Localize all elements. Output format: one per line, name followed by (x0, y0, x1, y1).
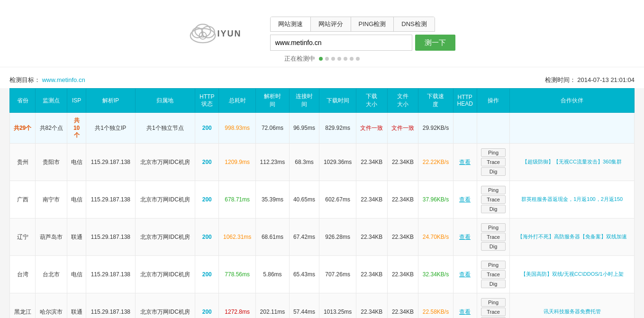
summary-count: 共29个 (10, 113, 36, 144)
summary-download-time: 829.92ms (319, 113, 356, 144)
cell-connect-time: 40.65ms (289, 181, 319, 218)
ping-button-1[interactable]: Ping (481, 186, 506, 194)
cell-location: 北京市万网IDC机房 (135, 293, 195, 318)
cell-head: 查看 (453, 218, 477, 256)
cell-location: 北京市万网IDC机房 (135, 256, 195, 293)
cell-file-size: 22.34KB (387, 293, 418, 318)
summary-total-time: 998.93ms (219, 113, 256, 144)
cell-ip: 115.29.187.138 (86, 218, 136, 256)
trace-button-0[interactable]: Trace (481, 158, 506, 166)
col-head: HTTPHEAD (453, 89, 477, 113)
cell-point: 葫芦岛市 (36, 218, 67, 256)
trace-button-3[interactable]: Trace (481, 270, 506, 279)
cell-point: 南宁市 (36, 181, 67, 218)
cell-dns-time: 202.11ms (256, 293, 290, 318)
cell-partner: 讯天科技服务器免费托管 (510, 293, 635, 318)
cell-http: 200 (195, 144, 219, 181)
summary-partner (510, 113, 635, 144)
dot-2 (325, 57, 329, 61)
dot-6 (350, 57, 354, 61)
dig-button-0[interactable]: Dig (481, 167, 506, 176)
tab-dns[interactable]: DNS检测 (394, 17, 434, 31)
cell-download-size: 22.34KB (356, 293, 388, 318)
search-button[interactable]: 测一下 (415, 35, 455, 51)
target-label: 检测目标： (9, 76, 40, 83)
table-row: 台湾 台北市 电信 115.29.187.138 北京市万网IDC机房 200 … (10, 256, 635, 293)
results-table: 省份 监测点 ISP 解析IP 归属地 HTTP状态 总耗时 解析时间 连接时间… (9, 88, 635, 318)
time-value: 2014-07-13 21:01:04 (577, 76, 635, 83)
dig-button-2[interactable]: Dig (481, 242, 506, 251)
cell-download-time: 602.67ms (319, 181, 356, 218)
cell-http: 200 (195, 181, 219, 218)
cell-connect-time: 68.3ms (289, 144, 319, 181)
col-http: HTTP状态 (195, 89, 219, 113)
summary-file-size2: 文件一致 (387, 113, 418, 144)
cell-ops: Ping Trace Dig (477, 218, 510, 256)
cell-isp: 电信 (67, 181, 86, 218)
target-url[interactable]: www.metinfo.cn (42, 76, 85, 83)
col-province: 省份 (10, 89, 36, 113)
time-info: 检测时间： 2014-07-13 21:01:04 (545, 76, 635, 84)
ping-button-3[interactable]: Ping (481, 261, 506, 269)
cell-download-time: 707.26ms (319, 256, 356, 293)
logo: IYUN (189, 22, 241, 45)
cell-download-size: 22.34KB (356, 181, 388, 218)
cell-location: 北京市万网IDC机房 (135, 144, 195, 181)
cell-head: 查看 (453, 293, 477, 318)
cell-file-size: 22.34KB (387, 144, 418, 181)
search-input[interactable] (270, 35, 412, 51)
cell-total-time: 1272.8ms (219, 293, 256, 318)
cell-point: 哈尔滨市 (36, 293, 67, 318)
cell-download-time: 1013.25ms (319, 293, 356, 318)
cell-download-size: 22.34KB (356, 218, 388, 256)
table-row: 贵州 贵阳市 电信 115.29.187.138 北京市万网IDC机房 200 … (10, 144, 635, 181)
cell-ops: Ping Trace Dig (477, 181, 510, 218)
summary-isp: 共10个 (67, 113, 86, 144)
col-dns-time: 解析时间 (256, 89, 290, 113)
cell-isp: 联通 (67, 293, 86, 318)
ping-button-4[interactable]: Ping (481, 298, 506, 307)
summary-dns-time: 72.06ms (256, 113, 290, 144)
cell-province: 广西 (10, 181, 36, 218)
cell-file-size: 22.34KB (387, 256, 418, 293)
dot-4 (337, 57, 341, 61)
cell-download-time: 1029.36ms (319, 144, 356, 181)
table-row: 黑龙江 哈尔滨市 联通 115.29.187.138 北京市万网IDC机房 20… (10, 293, 635, 318)
cell-location: 北京市万网IDC机房 (135, 218, 195, 256)
tab-speed[interactable]: 网站测速 (271, 17, 311, 31)
cell-dns-time: 68.61ms (256, 218, 290, 256)
ping-button-2[interactable]: Ping (481, 223, 506, 232)
cell-download-size: 22.34KB (356, 256, 388, 293)
cell-speed: 32.34KB/s (418, 256, 454, 293)
tab-rating[interactable]: 网站评分 (311, 17, 351, 31)
cell-speed: 22.22KB/s (418, 144, 454, 181)
cell-dns-time: 35.39ms (256, 181, 290, 218)
cell-partner: 【超级防御】【无视CC流量攻击】360集群 (510, 144, 635, 181)
trace-button-4[interactable]: Trace (481, 308, 506, 316)
status-text: 正在检测中 (284, 55, 315, 62)
dig-button-3[interactable]: Dig (481, 280, 506, 288)
summary-file-size1: 文件一致 (356, 113, 388, 144)
cell-connect-time: 65.43ms (289, 256, 319, 293)
summary-speed: 29.92KB/s (418, 113, 454, 144)
cell-head: 查看 (453, 144, 477, 181)
trace-button-2[interactable]: Trace (481, 233, 506, 241)
dot-3 (331, 57, 335, 61)
cell-file-size: 22.34KB (387, 218, 418, 256)
cell-http: 200 (195, 256, 219, 293)
summary-connect-time: 96.95ms (289, 113, 319, 144)
col-isp: ISP (67, 89, 86, 113)
col-point: 监测点 (36, 89, 67, 113)
ping-button-0[interactable]: Ping (481, 148, 506, 157)
cell-point: 台北市 (36, 256, 67, 293)
cell-head: 查看 (453, 256, 477, 293)
col-ip: 解析IP (86, 89, 136, 113)
dig-button-1[interactable]: Dig (481, 205, 506, 213)
cell-total-time: 778.56ms (219, 256, 256, 293)
summary-ip: 共1个独立IP (86, 113, 136, 144)
cell-download-size: 22.34KB (356, 144, 388, 181)
trace-button-1[interactable]: Trace (481, 195, 506, 204)
cell-isp: 电信 (67, 256, 86, 293)
tab-ping[interactable]: PING检测 (351, 17, 394, 31)
cell-ip: 115.29.187.138 (86, 293, 136, 318)
